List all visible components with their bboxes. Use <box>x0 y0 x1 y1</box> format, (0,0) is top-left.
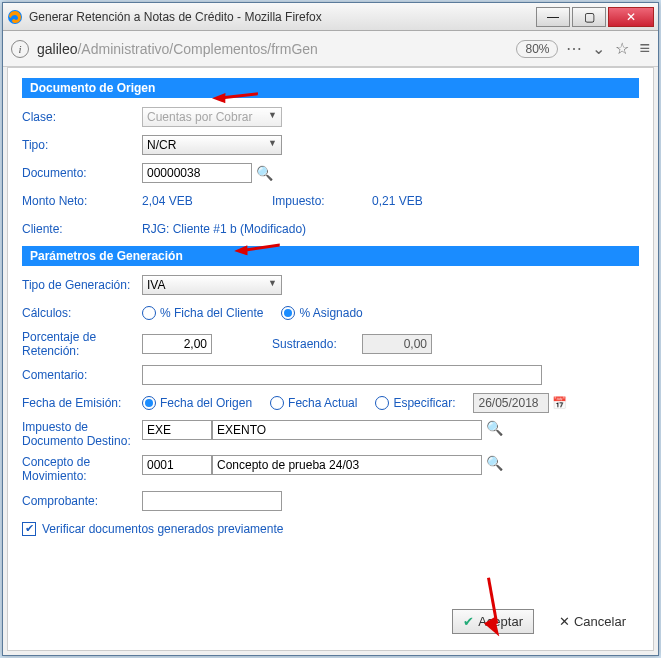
tipo-label: Tipo: <box>22 138 142 152</box>
row-tipo: Tipo: N/CR <box>22 134 639 156</box>
tipo-select[interactable]: N/CR <box>142 135 282 155</box>
pct-label: Porcentaje de Retención: <box>22 330 142 358</box>
row-impdoc: Impuesto de Documento Destino: 🔍 <box>22 420 639 449</box>
url-host: galileo <box>37 41 77 57</box>
verificar-checkbox[interactable]: ✔ Verificar documentos generados previam… <box>22 522 639 536</box>
row-fecha: Fecha de Emisión: Fecha del Origen Fecha… <box>22 392 639 414</box>
tipogen-label: Tipo de Generación: <box>22 278 142 292</box>
impdoc-label: Impuesto de Documento Destino: <box>22 420 142 449</box>
impdoc-desc-input[interactable] <box>212 420 482 440</box>
section-params-header: Parámetros de Generación <box>22 246 639 266</box>
documento-search-icon[interactable]: 🔍 <box>256 165 273 181</box>
clase-label: Clase: <box>22 110 142 124</box>
concepto-search-icon[interactable]: 🔍 <box>486 455 503 471</box>
zoom-badge[interactable]: 80% <box>516 40 558 58</box>
site-info-icon[interactable]: i <box>11 40 29 58</box>
radio-ficha[interactable]: % Ficha del Cliente <box>142 306 263 320</box>
section-origen-header: Documento de Origen <box>22 78 639 98</box>
pct-input[interactable] <box>142 334 212 354</box>
comprobante-label: Comprobante: <box>22 494 142 508</box>
impdoc-code-input[interactable] <box>142 420 212 440</box>
bookmark-icon[interactable]: ☆ <box>615 39 629 58</box>
cliente-label: Cliente: <box>22 222 142 236</box>
page-content: Documento de Origen Clase: Cuentas por C… <box>7 67 654 651</box>
row-pct: Porcentaje de Retención: Sustraendo: <box>22 330 639 358</box>
toolbar-icons: ⋯ ⌄ ☆ ≡ <box>566 38 650 59</box>
radio-asignado-icon <box>281 306 295 320</box>
clase-select[interactable]: Cuentas por Cobrar <box>142 107 282 127</box>
check-icon: ✔ <box>463 614 474 629</box>
firefox-icon <box>7 9 23 25</box>
concepto-desc-input[interactable] <box>212 455 482 475</box>
row-calculos: Cálculos: % Ficha del Cliente % Asignado <box>22 302 639 324</box>
radio-fecha-actual[interactable]: Fecha Actual <box>270 396 357 410</box>
url-display[interactable]: galileo/Administrativo/Complementos/frmG… <box>37 41 508 57</box>
cancelar-button[interactable]: ✕ Cancelar <box>548 609 637 634</box>
radio-fecha-origen[interactable]: Fecha del Origen <box>142 396 252 410</box>
radio-especificar-icon <box>375 396 389 410</box>
row-comprobante: Comprobante: <box>22 490 639 512</box>
address-bar: i galileo/Administrativo/Complementos/fr… <box>3 31 658 67</box>
aceptar-button[interactable]: ✔ Aceptar <box>452 609 534 634</box>
close-button[interactable]: ✕ <box>608 7 654 27</box>
action-buttons: ✔ Aceptar ✕ Cancelar <box>452 609 637 634</box>
monto-value: 2,04 VEB <box>142 194 272 208</box>
calculos-label: Cálculos: <box>22 306 142 320</box>
url-path: /Administrativo/Complementos/frmGen <box>77 41 317 57</box>
calendar-icon[interactable]: 📅 <box>552 396 567 410</box>
checkbox-icon: ✔ <box>22 522 36 536</box>
row-cliente: Cliente: RJG: Cliente #1 b (Modificado) <box>22 218 639 240</box>
aceptar-label: Aceptar <box>478 614 523 629</box>
radio-asignado[interactable]: % Asignado <box>281 306 362 320</box>
hamburger-icon[interactable]: ≡ <box>639 38 650 59</box>
fecha-input[interactable] <box>473 393 549 413</box>
sustraendo-label: Sustraendo: <box>272 337 362 351</box>
concepto-code-input[interactable] <box>142 455 212 475</box>
maximize-button[interactable]: ▢ <box>572 7 606 27</box>
x-icon: ✕ <box>559 614 570 629</box>
comentario-input[interactable] <box>142 365 542 385</box>
more-icon[interactable]: ⋯ <box>566 39 582 58</box>
radio-ficha-icon <box>142 306 156 320</box>
row-monto: Monto Neto: 2,04 VEB Impuesto: 0,21 VEB <box>22 190 639 212</box>
row-concepto: Concepto de Movimiento: 🔍 <box>22 455 639 484</box>
impuesto-value: 0,21 VEB <box>372 194 423 208</box>
window-title: Generar Retención a Notas de Crédito - M… <box>29 10 534 24</box>
cancelar-label: Cancelar <box>574 614 626 629</box>
sustraendo-input <box>362 334 432 354</box>
tipogen-select[interactable]: IVA <box>142 275 282 295</box>
documento-input[interactable] <box>142 163 252 183</box>
concepto-label: Concepto de Movimiento: <box>22 455 142 484</box>
minimize-button[interactable]: — <box>536 7 570 27</box>
fecha-label: Fecha de Emisión: <box>22 396 142 410</box>
row-comentario: Comentario: <box>22 364 639 386</box>
titlebar: Generar Retención a Notas de Crédito - M… <box>3 3 658 31</box>
monto-label: Monto Neto: <box>22 194 142 208</box>
radio-fecha-especificar[interactable]: Especificar: <box>375 396 455 410</box>
impdoc-search-icon[interactable]: 🔍 <box>486 420 503 436</box>
radio-origen-icon <box>142 396 156 410</box>
comprobante-input[interactable] <box>142 491 282 511</box>
impuesto-label: Impuesto: <box>272 194 372 208</box>
row-documento: Documento: 🔍 <box>22 162 639 184</box>
comentario-label: Comentario: <box>22 368 142 382</box>
row-clase: Clase: Cuentas por Cobrar <box>22 106 639 128</box>
documento-label: Documento: <box>22 166 142 180</box>
pocket-icon[interactable]: ⌄ <box>592 39 605 58</box>
browser-window: Generar Retención a Notas de Crédito - M… <box>2 2 659 656</box>
radio-actual-icon <box>270 396 284 410</box>
window-buttons: — ▢ ✕ <box>534 7 654 27</box>
row-tipogen: Tipo de Generación: IVA <box>22 274 639 296</box>
cliente-value: RJG: Cliente #1 b (Modificado) <box>142 222 306 236</box>
verificar-label: Verificar documentos generados previamen… <box>42 522 283 536</box>
fecha-field: 📅 <box>473 393 567 413</box>
